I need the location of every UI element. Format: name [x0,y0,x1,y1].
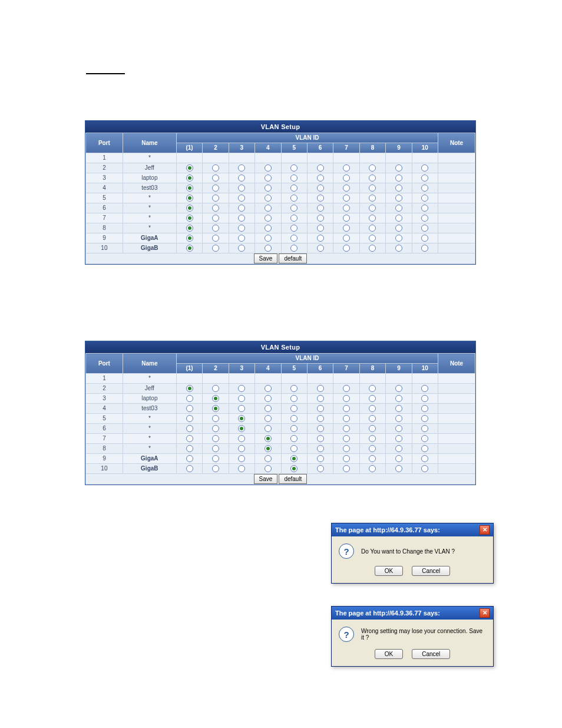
radio-vlan-9[interactable] [395,405,402,412]
radio-vlan-10[interactable] [421,195,428,202]
radio-vlan-7[interactable] [343,164,350,172]
radio-vlan-1[interactable] [186,215,193,222]
radio-vlan-1[interactable] [186,195,193,202]
radio-vlan-2[interactable] [212,445,219,452]
cancel-button[interactable]: Cancel [412,649,450,659]
close-icon[interactable]: ✕ [480,608,490,618]
radio-vlan-8[interactable] [369,195,376,202]
radio-vlan-7[interactable] [343,185,350,192]
radio-vlan-9[interactable] [395,445,402,452]
radio-vlan-1[interactable] [186,185,193,192]
radio-vlan-1[interactable] [186,235,193,242]
radio-vlan-2[interactable] [212,235,219,242]
radio-vlan-6[interactable] [317,195,324,202]
radio-vlan-5[interactable] [290,445,297,452]
radio-vlan-2[interactable] [212,435,219,442]
radio-vlan-3[interactable] [238,185,245,192]
radio-vlan-8[interactable] [369,245,376,252]
radio-vlan-5[interactable] [290,465,297,472]
radio-vlan-1[interactable] [186,415,193,422]
radio-vlan-2[interactable] [212,225,219,232]
radio-vlan-2[interactable] [212,465,219,472]
radio-vlan-7[interactable] [343,225,350,232]
radio-vlan-4[interactable] [265,245,272,252]
radio-vlan-8[interactable] [369,425,376,432]
radio-vlan-1[interactable] [186,465,193,472]
radio-vlan-9[interactable] [395,174,402,182]
radio-vlan-7[interactable] [343,385,350,392]
radio-vlan-6[interactable] [317,205,324,212]
radio-vlan-5[interactable] [290,164,297,172]
radio-vlan-5[interactable] [290,435,297,442]
radio-vlan-10[interactable] [421,235,428,242]
radio-vlan-3[interactable] [238,415,245,422]
radio-vlan-8[interactable] [369,164,376,172]
radio-vlan-2[interactable] [212,195,219,202]
radio-vlan-4[interactable] [265,435,272,442]
radio-vlan-9[interactable] [395,195,402,202]
radio-vlan-7[interactable] [343,435,350,442]
radio-vlan-6[interactable] [317,415,324,422]
save-button[interactable]: Save [254,474,278,484]
radio-vlan-1[interactable] [186,405,193,412]
radio-vlan-4[interactable] [265,195,272,202]
radio-vlan-2[interactable] [212,415,219,422]
radio-vlan-1[interactable] [186,205,193,212]
radio-vlan-2[interactable] [212,215,219,222]
radio-vlan-5[interactable] [290,195,297,202]
radio-vlan-7[interactable] [343,245,350,252]
radio-vlan-2[interactable] [212,395,219,402]
radio-vlan-6[interactable] [317,385,324,392]
radio-vlan-3[interactable] [238,395,245,402]
radio-vlan-7[interactable] [343,195,350,202]
radio-vlan-9[interactable] [395,235,402,242]
radio-vlan-6[interactable] [317,215,324,222]
radio-vlan-5[interactable] [290,245,297,252]
radio-vlan-4[interactable] [265,405,272,412]
radio-vlan-2[interactable] [212,425,219,432]
radio-vlan-8[interactable] [369,405,376,412]
default-button[interactable]: default [279,253,307,263]
radio-vlan-4[interactable] [265,455,272,462]
radio-vlan-6[interactable] [317,465,324,472]
radio-vlan-9[interactable] [395,164,402,172]
radio-vlan-3[interactable] [238,174,245,182]
radio-vlan-10[interactable] [421,245,428,252]
radio-vlan-5[interactable] [290,395,297,402]
radio-vlan-8[interactable] [369,205,376,212]
radio-vlan-6[interactable] [317,445,324,452]
radio-vlan-8[interactable] [369,215,376,222]
radio-vlan-8[interactable] [369,385,376,392]
radio-vlan-10[interactable] [421,164,428,172]
radio-vlan-6[interactable] [317,225,324,232]
radio-vlan-8[interactable] [369,455,376,462]
radio-vlan-10[interactable] [421,445,428,452]
radio-vlan-10[interactable] [421,455,428,462]
save-button[interactable]: Save [254,253,278,263]
radio-vlan-2[interactable] [212,245,219,252]
radio-vlan-5[interactable] [290,205,297,212]
radio-vlan-10[interactable] [421,405,428,412]
radio-vlan-6[interactable] [317,425,324,432]
radio-vlan-9[interactable] [395,395,402,402]
radio-vlan-10[interactable] [421,185,428,192]
radio-vlan-10[interactable] [421,425,428,432]
radio-vlan-7[interactable] [343,215,350,222]
radio-vlan-8[interactable] [369,435,376,442]
radio-vlan-7[interactable] [343,174,350,182]
radio-vlan-9[interactable] [395,425,402,432]
radio-vlan-7[interactable] [343,405,350,412]
radio-vlan-10[interactable] [421,225,428,232]
radio-vlan-5[interactable] [290,455,297,462]
close-icon[interactable]: ✕ [480,525,490,535]
radio-vlan-7[interactable] [343,395,350,402]
radio-vlan-8[interactable] [369,395,376,402]
radio-vlan-4[interactable] [265,385,272,392]
radio-vlan-5[interactable] [290,235,297,242]
radio-vlan-7[interactable] [343,445,350,452]
radio-vlan-10[interactable] [421,395,428,402]
radio-vlan-1[interactable] [186,245,193,252]
radio-vlan-9[interactable] [395,205,402,212]
radio-vlan-3[interactable] [238,465,245,472]
radio-vlan-3[interactable] [238,385,245,392]
